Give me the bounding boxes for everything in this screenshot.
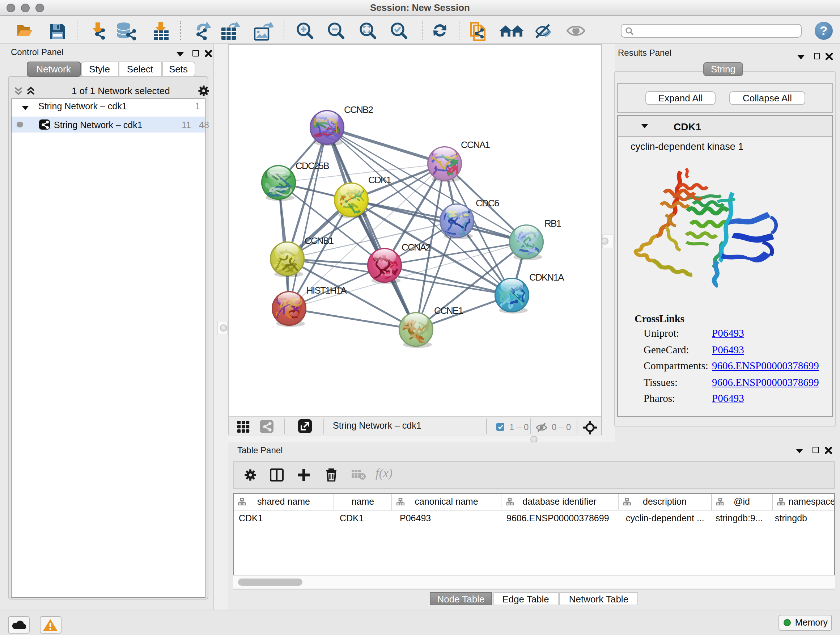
svg-text:HIST1H1A: HIST1H1A	[306, 285, 347, 296]
svg-text:CCNA1: CCNA1	[461, 139, 490, 150]
svg-text:CDKN1A: CDKN1A	[529, 272, 564, 283]
svg-text:RB1: RB1	[545, 218, 561, 229]
svg-text:CDC25B: CDC25B	[295, 160, 329, 171]
svg-text:CDK1: CDK1	[368, 174, 391, 185]
svg-text:CCNA2: CCNA2	[401, 242, 431, 253]
svg-text:CCNB2: CCNB2	[344, 104, 373, 115]
svg-text:CCNE1: CCNE1	[434, 305, 463, 316]
svg-text:CDC6: CDC6	[476, 198, 499, 209]
svg-text:CCNB1: CCNB1	[305, 235, 333, 246]
